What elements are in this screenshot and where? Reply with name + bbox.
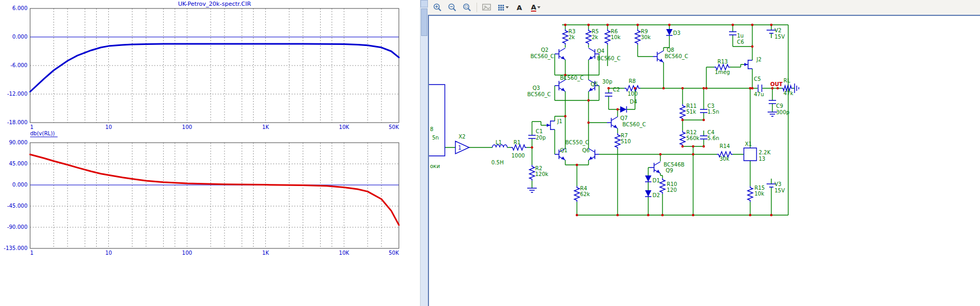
format-text-button[interactable]: A — [527, 1, 544, 14]
svg-text:45.000: 45.000 — [9, 161, 27, 166]
svg-text:J1: J1 — [557, 118, 562, 124]
svg-text:C6: C6 — [737, 39, 744, 45]
svg-text:15V: 15V — [774, 188, 785, 193]
svg-text:R10: R10 — [667, 181, 677, 187]
svg-text:-6.000: -6.000 — [11, 62, 27, 68]
svg-text:R4: R4 — [580, 186, 587, 191]
zoom-out-icon — [447, 3, 457, 12]
svg-text:47u: 47u — [754, 91, 764, 97]
text-button[interactable]: A — [512, 1, 526, 14]
chevron-down-icon — [537, 6, 540, 8]
svg-text:R3: R3 — [568, 29, 575, 34]
junction-dots — [531, 24, 779, 217]
svg-text:560k: 560k — [686, 135, 699, 141]
svg-text:Q6: Q6 — [582, 147, 590, 153]
svg-text:10K: 10K — [339, 250, 350, 256]
svg-text:C9: C9 — [776, 103, 783, 109]
image-button[interactable] — [480, 1, 493, 14]
zoom-window-button[interactable] — [460, 1, 474, 14]
svg-text:15V: 15V — [774, 34, 785, 40]
svg-text:R1: R1 — [514, 140, 520, 145]
svg-text:D3: D3 — [673, 30, 680, 36]
svg-text:BC546B: BC546B — [664, 162, 685, 168]
svg-text:2k: 2k — [568, 34, 575, 40]
bode-plot-canvas: 6.0000.000-6.000-12.000-18.0001101001K10… — [0, 0, 420, 306]
svg-text:-135.000: -135.000 — [4, 245, 27, 251]
svg-text:1u: 1u — [737, 33, 744, 39]
svg-text:30p: 30p — [602, 79, 612, 85]
chevron-down-icon — [506, 6, 509, 8]
svg-text:100: 100 — [628, 91, 638, 97]
svg-text:Q5: Q5 — [591, 81, 598, 87]
svg-text:OUT: OUT — [770, 81, 783, 87]
svg-text:20p: 20p — [536, 135, 546, 141]
svg-text:Q4: Q4 — [597, 48, 604, 54]
svg-text:BC560_C: BC560_C — [527, 91, 551, 98]
svg-text:R12: R12 — [686, 129, 697, 135]
svg-text:R9: R9 — [641, 29, 648, 34]
svg-text:V2: V2 — [774, 27, 781, 33]
svg-text:BC560_C: BC560_C — [665, 53, 688, 60]
scrollbar-up-button[interactable] — [421, 0, 428, 7]
phase-curve — [30, 154, 399, 225]
svg-text:62k: 62k — [580, 191, 590, 197]
zoom-in-button[interactable] — [431, 1, 444, 14]
pattern-button[interactable] — [494, 1, 511, 14]
magnitude-curve — [30, 44, 399, 92]
schematic-canvas[interactable]: R32kR52kR610kR930kD3Q2BC560_CQ4BC560_CQ8… — [428, 15, 980, 306]
svg-text:1.5n: 1.5n — [707, 109, 719, 115]
curve-expression-label: db(v(RL)) — [30, 131, 55, 136]
schematic-toolbar: A A — [428, 0, 980, 15]
svg-text:50K: 50K — [389, 124, 399, 130]
svg-text:оки: оки — [430, 163, 440, 169]
svg-text:D1: D1 — [652, 178, 660, 183]
svg-text:C5: C5 — [754, 76, 761, 82]
svg-text:R14: R14 — [720, 143, 730, 149]
svg-text:30k: 30k — [720, 156, 730, 162]
svg-text:J2: J2 — [756, 57, 761, 62]
svg-text:2k: 2k — [592, 34, 598, 40]
svg-text:1K: 1K — [262, 124, 269, 130]
micro-cap-window: 6.0000.000-6.000-12.000-18.0001101001K10… — [0, 0, 980, 306]
svg-text:6.000: 6.000 — [12, 5, 27, 11]
svg-text:BC560_C: BC560_C — [530, 53, 554, 60]
toolbar-separator — [477, 3, 477, 12]
svg-text:-18.000: -18.000 — [7, 119, 27, 125]
svg-text:Q2: Q2 — [541, 47, 548, 53]
svg-text:D2: D2 — [652, 192, 660, 198]
svg-text:BC560_C: BC560_C — [597, 55, 621, 62]
svg-text:1: 1 — [30, 124, 33, 130]
svg-text:Q1: Q1 — [560, 147, 567, 153]
svg-text:10k: 10k — [754, 191, 764, 197]
svg-text:D4: D4 — [630, 99, 637, 105]
svg-text:30k: 30k — [641, 34, 651, 40]
svg-text:0.000: 0.000 — [12, 34, 27, 40]
svg-text:1: 1 — [30, 250, 33, 256]
svg-text:C4: C4 — [707, 129, 714, 135]
svg-text:0.000: 0.000 — [12, 182, 27, 188]
svg-text:Q8: Q8 — [667, 47, 674, 53]
svg-text:Q3: Q3 — [533, 85, 540, 91]
format-text-icon: A — [531, 4, 536, 12]
zoom-out-button[interactable] — [445, 1, 459, 14]
image-icon — [482, 3, 491, 12]
svg-text:R8: R8 — [629, 78, 636, 84]
svg-text:1: 1 — [458, 145, 461, 151]
svg-text:BC550_C: BC550_C — [565, 140, 589, 146]
svg-text:-45.000: -45.000 — [7, 203, 27, 209]
plot-title: UK-Petrov_20k-spectr.CIR — [178, 1, 251, 7]
svg-text:100: 100 — [182, 250, 192, 256]
text-tool-icon: A — [517, 4, 522, 11]
svg-text:-90.000: -90.000 — [7, 224, 27, 230]
svg-text:0.5H: 0.5H — [491, 160, 503, 165]
svg-text:BC560_C: BC560_C — [622, 122, 646, 128]
svg-text:120k: 120k — [535, 171, 548, 177]
scrollbar-thumb[interactable] — [421, 8, 427, 36]
svg-text:V3: V3 — [774, 181, 781, 187]
svg-text:100: 100 — [182, 124, 192, 130]
svg-text:47k: 47k — [783, 90, 794, 96]
svg-text:R15: R15 — [754, 185, 765, 191]
svg-text:10: 10 — [105, 250, 112, 256]
vertical-scrollbar[interactable] — [420, 0, 428, 306]
component-labels: R32kR52kR610kR930kD3Q2BC560_CQ4BC560_CQ8… — [430, 27, 794, 198]
